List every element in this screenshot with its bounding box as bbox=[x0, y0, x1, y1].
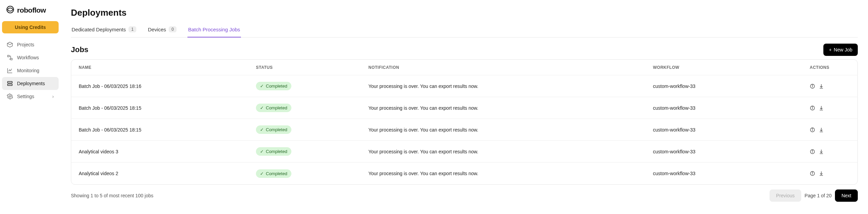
header-workflow: WORKFLOW bbox=[653, 65, 810, 70]
status-badge: ✓Completed bbox=[256, 147, 291, 156]
check-icon: ✓ bbox=[260, 105, 264, 110]
table-row: Batch Job - 06/03/2025 18:15✓CompletedYo… bbox=[71, 97, 857, 119]
check-icon: ✓ bbox=[260, 127, 264, 132]
header-notification: NOTIFICATION bbox=[368, 65, 653, 70]
cell-name: Batch Job - 06/03/2025 18:15 bbox=[79, 127, 256, 133]
info-icon[interactable] bbox=[810, 105, 815, 111]
cell-actions bbox=[810, 105, 837, 111]
status-badge: ✓Completed bbox=[256, 169, 291, 178]
chevron-right-icon: › bbox=[52, 94, 54, 99]
download-icon[interactable] bbox=[819, 127, 824, 133]
svg-rect-1 bbox=[7, 55, 9, 57]
tab-batch-processing-jobs[interactable]: Batch Processing Jobs bbox=[187, 23, 241, 37]
cell-name: Analytical videos 2 bbox=[79, 171, 256, 176]
sidebar-item-label: Settings bbox=[17, 94, 34, 99]
tab-label: Dedicated Deployments bbox=[72, 27, 126, 32]
tab-count: 0 bbox=[169, 26, 177, 32]
svg-point-11 bbox=[812, 107, 812, 107]
info-icon[interactable] bbox=[810, 149, 815, 154]
cell-actions bbox=[810, 127, 837, 133]
page-indicator: Page 1 of 20 bbox=[805, 193, 832, 198]
main-content: Deployments Dedicated Deployments 1 Devi… bbox=[61, 0, 868, 214]
status-text: Completed bbox=[266, 83, 287, 89]
flow-icon bbox=[7, 55, 13, 61]
cell-name: Batch Job - 06/03/2025 18:16 bbox=[79, 83, 256, 89]
check-icon: ✓ bbox=[260, 149, 264, 154]
status-badge: ✓Completed bbox=[256, 125, 291, 134]
brand-logo-icon bbox=[6, 5, 14, 15]
pager: Previous Page 1 of 20 Next bbox=[770, 189, 858, 202]
server-icon bbox=[7, 80, 13, 87]
section-head: Jobs + New Job bbox=[71, 44, 858, 56]
plus-icon: + bbox=[829, 47, 832, 52]
download-icon[interactable] bbox=[819, 149, 824, 154]
cell-notification: Your processing is over. You can export … bbox=[368, 105, 653, 111]
header-name: NAME bbox=[79, 65, 256, 70]
cell-workflow: custom-workflow-33 bbox=[653, 105, 810, 111]
brand-name: roboflow bbox=[17, 6, 46, 14]
section-title: Jobs bbox=[71, 45, 88, 54]
cell-status: ✓Completed bbox=[256, 82, 368, 90]
header-actions: ACTIONS bbox=[810, 65, 837, 70]
svg-point-5 bbox=[9, 96, 11, 97]
cell-status: ✓Completed bbox=[256, 169, 368, 178]
tabs: Dedicated Deployments 1 Devices 0 Batch … bbox=[71, 23, 858, 37]
table-row: Batch Job - 06/03/2025 18:15✓CompletedYo… bbox=[71, 119, 857, 141]
sidebar-item-label: Projects bbox=[17, 42, 34, 47]
info-icon[interactable] bbox=[810, 127, 815, 133]
gear-icon bbox=[7, 93, 13, 100]
cell-status: ✓Completed bbox=[256, 104, 368, 112]
sidebar-item-label: Monitoring bbox=[17, 68, 39, 73]
sidebar-item-settings[interactable]: Settings › bbox=[2, 90, 59, 103]
tab-label: Batch Processing Jobs bbox=[188, 27, 240, 32]
cell-notification: Your processing is over. You can export … bbox=[368, 127, 653, 133]
check-icon: ✓ bbox=[260, 171, 264, 176]
status-text: Completed bbox=[266, 105, 287, 110]
status-text: Completed bbox=[266, 149, 287, 154]
cell-name: Batch Job - 06/03/2025 18:15 bbox=[79, 105, 256, 111]
sidebar-item-workflows[interactable]: Workflows bbox=[2, 51, 59, 64]
table-summary: Showing 1 to 5 of most recent 100 jobs bbox=[71, 193, 153, 198]
sidebar-item-deployments[interactable]: Deployments bbox=[2, 77, 59, 90]
sidebar-item-monitoring[interactable]: Monitoring bbox=[2, 64, 59, 77]
info-icon[interactable] bbox=[810, 171, 815, 176]
svg-point-20 bbox=[812, 172, 812, 172]
download-icon[interactable] bbox=[819, 83, 824, 89]
svg-point-8 bbox=[812, 85, 812, 85]
info-icon[interactable] bbox=[810, 83, 815, 89]
status-badge: ✓Completed bbox=[256, 104, 291, 112]
cell-workflow: custom-workflow-33 bbox=[653, 149, 810, 154]
svg-rect-4 bbox=[7, 84, 12, 86]
cell-actions bbox=[810, 83, 837, 89]
cell-notification: Your processing is over. You can export … bbox=[368, 171, 653, 176]
new-job-label: New Job bbox=[834, 47, 852, 52]
previous-button[interactable]: Previous bbox=[770, 189, 801, 202]
download-icon[interactable] bbox=[819, 171, 824, 176]
cube-icon bbox=[7, 42, 13, 48]
page-title: Deployments bbox=[71, 7, 858, 18]
cell-workflow: custom-workflow-33 bbox=[653, 83, 810, 89]
svg-rect-3 bbox=[7, 81, 12, 83]
svg-point-17 bbox=[812, 150, 812, 151]
brand[interactable]: roboflow bbox=[2, 3, 59, 21]
new-job-button[interactable]: + New Job bbox=[823, 44, 858, 56]
table-footer: Showing 1 to 5 of most recent 100 jobs P… bbox=[71, 189, 858, 202]
sidebar-item-label: Workflows bbox=[17, 55, 39, 60]
download-icon[interactable] bbox=[819, 105, 824, 111]
status-text: Completed bbox=[266, 127, 287, 132]
table-row: Batch Job - 06/03/2025 18:16✓CompletedYo… bbox=[71, 75, 857, 97]
cell-notification: Your processing is over. You can export … bbox=[368, 149, 653, 154]
next-button[interactable]: Next bbox=[835, 189, 858, 202]
tab-dedicated-deployments[interactable]: Dedicated Deployments 1 bbox=[71, 23, 137, 37]
check-icon: ✓ bbox=[260, 83, 264, 89]
chart-icon bbox=[7, 67, 13, 74]
cell-status: ✓Completed bbox=[256, 125, 368, 134]
tab-count: 1 bbox=[128, 26, 136, 32]
sidebar-item-projects[interactable]: Projects bbox=[2, 38, 59, 51]
cell-workflow: custom-workflow-33 bbox=[653, 171, 810, 176]
tab-devices[interactable]: Devices 0 bbox=[147, 23, 177, 37]
credits-badge[interactable]: Using Credits bbox=[2, 21, 59, 33]
cell-workflow: custom-workflow-33 bbox=[653, 127, 810, 133]
status-badge: ✓Completed bbox=[256, 82, 291, 90]
sidebar-item-label: Deployments bbox=[17, 81, 45, 86]
